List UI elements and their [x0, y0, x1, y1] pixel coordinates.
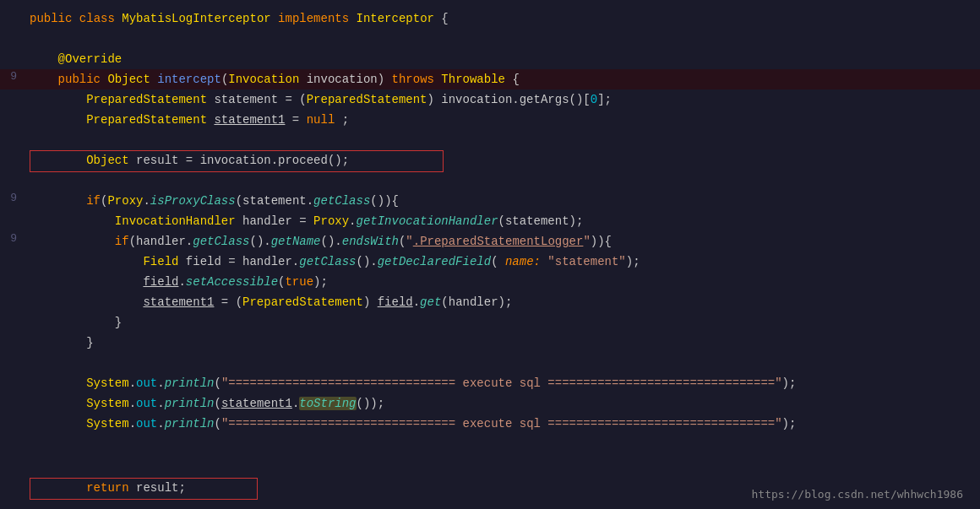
code-line-7 — [0, 130, 980, 150]
line-content-5: PreparedStatement statement = (PreparedS… — [25, 90, 980, 109]
code-line-9 — [0, 171, 980, 191]
line-content-16: } — [25, 313, 980, 332]
line-content-10: if(Proxy.isProxyClass(statement.getClass… — [25, 192, 980, 210]
code-line-5: PreparedStatement statement = (PreparedS… — [0, 89, 980, 110]
line-content-12: if(handler.getClass().getName().endsWith… — [25, 232, 980, 251]
code-line-14: field.setAccessible(true); — [0, 272, 980, 292]
code-line-4: 9 public Object intercept(Invocation inv… — [0, 69, 980, 89]
line-content-19: System.out.println("====================… — [25, 374, 980, 393]
line-content-7 — [25, 131, 980, 149]
code-line-3: @Override — [0, 49, 980, 69]
line-content-11: InvocationHandler handler = Proxy.getInv… — [25, 212, 980, 230]
code-line-19: System.out.println("====================… — [0, 373, 980, 393]
code-line-17: } — [0, 333, 980, 353]
line-num-12: 9 — [0, 232, 25, 245]
code-line-12: 9 if(handler.getClass().getName().endsWi… — [0, 231, 980, 252]
code-line-18 — [0, 353, 980, 373]
code-line-22 — [0, 434, 980, 454]
code-line-13: Field field = handler.getClass().getDecl… — [0, 252, 980, 272]
line-content-18 — [25, 354, 980, 372]
code-line-2 — [0, 29, 980, 49]
code-line-21: System.out.println("====================… — [0, 414, 980, 434]
line-content-1: public class MybatisLogInterceptor imple… — [25, 9, 980, 28]
line-content-14: field.setAccessible(true); — [25, 273, 980, 291]
line-content-2 — [25, 30, 980, 48]
line-content-9 — [25, 171, 980, 190]
code-line-1: public class MybatisLogInterceptor imple… — [0, 8, 980, 29]
line-content-13: Field field = handler.getClass().getDecl… — [25, 252, 980, 271]
line-content-6: PreparedStatement statement1 = null ; — [25, 111, 980, 129]
code-line-20: System.out.println(statement1.toString()… — [0, 393, 980, 414]
line-num-10: 9 — [0, 192, 25, 204]
code-line-11: InvocationHandler handler = Proxy.getInv… — [0, 211, 980, 231]
code-line-23 — [0, 454, 980, 474]
code-line-10: 9 if(Proxy.isProxyClass(statement.getCla… — [0, 191, 980, 211]
code-line-6: PreparedStatement statement1 = null ; — [0, 110, 980, 130]
code-line-15: statement1 = (PreparedStatement) field.g… — [0, 292, 980, 312]
line-content-8: Object result = invocation.proceed(); — [25, 151, 980, 170]
code-line-16: } — [0, 312, 980, 333]
line-num-4: 9 — [0, 70, 25, 83]
code-line-8: Object result = invocation.proceed(); — [0, 150, 980, 171]
line-content-17: } — [25, 333, 980, 352]
line-content-23 — [25, 455, 980, 474]
line-content-22 — [25, 435, 980, 453]
line-content-3: @Override — [25, 50, 980, 68]
url-watermark: https://blog.csdn.net/whhwch1986 — [752, 488, 963, 501]
line-content-20: System.out.println(statement1.toString()… — [25, 394, 980, 413]
line-content-21: System.out.println("====================… — [25, 414, 980, 433]
code-editor: public class MybatisLogInterceptor imple… — [0, 0, 980, 509]
line-content-15: statement1 = (PreparedStatement) field.g… — [25, 293, 980, 311]
line-content-4: public Object intercept(Invocation invoc… — [25, 70, 980, 89]
